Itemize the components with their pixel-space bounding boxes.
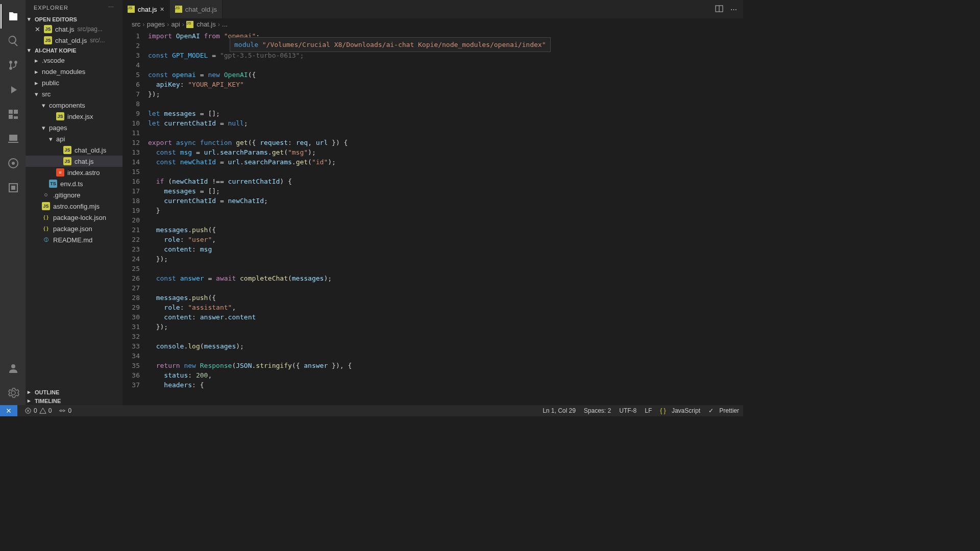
- source-control-icon[interactable]: [1, 53, 25, 78]
- file-item[interactable]: { }package.json: [26, 223, 122, 234]
- search-icon[interactable]: [1, 29, 25, 53]
- sidebar: EXPLORER ⋯ ▾ OPEN EDITORS ✕ JS chat.js s…: [26, 0, 122, 405]
- tab-chat-js[interactable]: JS chat.js ×: [122, 0, 170, 18]
- folder-item[interactable]: ▾components: [26, 99, 122, 111]
- file-item[interactable]: JSastro.config.mjs: [26, 201, 122, 212]
- file-item[interactable]: { }package-lock.json: [26, 212, 122, 223]
- open-editor-item[interactable]: JS chat_old.js src/...: [26, 35, 122, 46]
- problems-button[interactable]: 0 0: [24, 407, 52, 414]
- remote-button[interactable]: [0, 405, 17, 416]
- file-item[interactable]: JSchat.js: [26, 156, 122, 167]
- breadcrumb[interactable]: src› pages› api› JSchat.js› ...: [122, 18, 743, 30]
- svg-point-1: [12, 162, 15, 165]
- eol[interactable]: LF: [645, 407, 652, 414]
- sidebar-title: EXPLORER ⋯: [26, 0, 122, 15]
- svg-point-10: [60, 410, 62, 412]
- hover-tooltip: module "/Volumes/Crucial X8/Downloads/ai…: [230, 37, 551, 52]
- square-icon[interactable]: [1, 176, 25, 200]
- svg-point-4: [11, 364, 15, 368]
- folder-item[interactable]: ▾api: [26, 133, 122, 144]
- svg-point-11: [63, 410, 65, 412]
- open-editor-item[interactable]: ✕ JS chat.js src/pag...: [26, 23, 122, 35]
- prettier-button[interactable]: ✓ Prettier: [708, 407, 739, 414]
- timeline-header[interactable]: ▸ TIMELINE: [26, 396, 122, 405]
- editor-area: JS chat.js × JS chat_old.js ⋯ src› pages…: [122, 0, 743, 405]
- editor-tabs: JS chat.js × JS chat_old.js ⋯: [122, 0, 743, 18]
- folder-item[interactable]: ▾src: [26, 88, 122, 99]
- folder-item[interactable]: ▸public: [26, 77, 122, 88]
- folder-item[interactable]: ▸.vscode: [26, 55, 122, 66]
- accounts-icon[interactable]: [1, 356, 25, 381]
- code-editor[interactable]: 1234567891011121314151617181920212223242…: [122, 30, 743, 405]
- split-editor-icon[interactable]: [715, 5, 723, 14]
- misc-icon[interactable]: [1, 151, 25, 176]
- encoding[interactable]: UTF-8: [619, 407, 636, 414]
- indentation[interactable]: Spaces: 2: [584, 407, 611, 414]
- project-header[interactable]: ▾ AI-CHAT KOPIE: [26, 46, 122, 55]
- run-debug-icon[interactable]: [1, 78, 25, 102]
- explorer-icon[interactable]: [1, 4, 25, 29]
- folder-item[interactable]: ▾pages: [26, 122, 122, 133]
- file-item[interactable]: ≡index.astro: [26, 167, 122, 178]
- outline-header[interactable]: ▸ OUTLINE: [26, 388, 122, 396]
- file-item[interactable]: ⓘREADME.md: [26, 234, 122, 245]
- svg-rect-3: [11, 186, 15, 190]
- extensions-icon[interactable]: [1, 102, 25, 127]
- file-item[interactable]: JSindex.jsx: [26, 111, 122, 122]
- settings-icon[interactable]: [1, 381, 25, 405]
- open-editors-header[interactable]: ▾ OPEN EDITORS: [26, 15, 122, 23]
- file-item[interactable]: TSenv.d.ts: [26, 178, 122, 189]
- more-icon[interactable]: ⋯: [730, 6, 737, 13]
- file-item[interactable]: JSchat_old.js: [26, 144, 122, 156]
- tab-chat-old-js[interactable]: JS chat_old.js: [170, 0, 223, 18]
- close-icon[interactable]: ✕: [35, 26, 42, 33]
- more-icon[interactable]: ⋯: [108, 4, 114, 11]
- ports-button[interactable]: 0: [59, 407, 71, 414]
- cursor-position[interactable]: Ln 1, Col 29: [543, 407, 576, 414]
- file-item[interactable]: .gitignore: [26, 189, 122, 201]
- folder-item[interactable]: ▸node_modules: [26, 66, 122, 77]
- remote-icon[interactable]: [1, 127, 25, 151]
- statusbar: 0 0 0 Ln 1, Col 29 Spaces: 2 UTF-8 LF { …: [0, 405, 743, 416]
- close-icon[interactable]: ×: [160, 6, 164, 13]
- activity-bar: [0, 0, 26, 405]
- language-mode[interactable]: { } JavaScript: [660, 407, 700, 414]
